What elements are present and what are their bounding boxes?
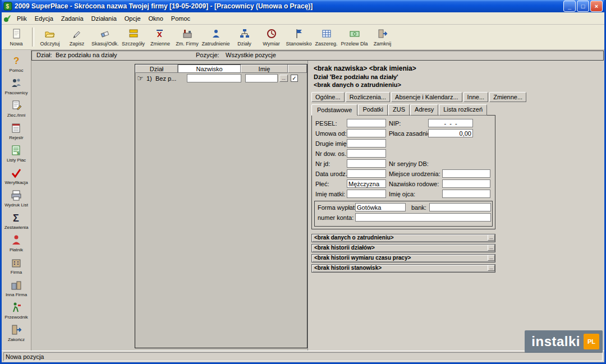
nazwisko-rodowe-input[interactable] [442, 179, 490, 188]
toolbar-button-nowa[interactable]: Nowa [3, 25, 30, 49]
toolbar-button-stanowisko[interactable]: Stanowisko [285, 25, 313, 49]
toolbar-button-odczytuj[interactable]: Odczytuj [36, 25, 63, 49]
subtab-lista-rozliczen[interactable]: Lista rozliczeń [439, 104, 487, 116]
pesel-input[interactable] [347, 119, 386, 127]
sidebar-label: Firma [11, 270, 22, 275]
table-row[interactable]: ☞ 1) Bez p... ... ✓ [135, 73, 307, 84]
subtab-podstawowe[interactable]: Podstawowe [311, 104, 357, 116]
section-brak-historii-dzialow[interactable]: <brak historii działów> ... [311, 244, 495, 252]
minimize-button[interactable]: _ [563, 1, 576, 12]
menu-dzialania[interactable]: Działania [88, 14, 121, 23]
subtab-adresy[interactable]: Adresy [410, 104, 438, 116]
pozycje-filter-value[interactable]: Wszystkie pozycje [226, 51, 276, 59]
nr-jd-input[interactable] [347, 159, 386, 168]
watermark-pl-badge: PL [584, 334, 599, 349]
section-ellipsis-button[interactable]: ... [488, 234, 495, 241]
sidebar-item-wydruk-list[interactable]: Wydruk List [2, 187, 31, 209]
tab-zmienne[interactable]: Zmienne... [489, 92, 526, 102]
menu-okno[interactable]: Okno [145, 14, 167, 23]
section-brak-danych-o-zatrudnieniu[interactable]: <brak danych o zatrudnieniu> ... [311, 234, 495, 242]
section-ellipsis-button[interactable]: ... [488, 255, 495, 261]
nr-seryjny-db-label: Nr seryjny DB: [389, 160, 429, 167]
nr-dow-os-input[interactable] [347, 149, 386, 158]
tab-absencje-kalendarz[interactable]: Absencje i Kalendarz... [391, 92, 462, 102]
toolbar-button-zaszereg[interactable]: Zaszereg. [313, 25, 340, 49]
column-header-imie[interactable]: Imię [241, 64, 288, 73]
toolbar-button-szczegoly[interactable]: Szczegóły [120, 25, 147, 49]
section-ellipsis-button[interactable]: ... [488, 245, 495, 251]
nazwisko-input[interactable] [187, 74, 241, 82]
plec-input[interactable] [347, 179, 386, 188]
contractors-icon [10, 99, 22, 113]
toolbar-button-przelew[interactable]: Przelew Dla [340, 25, 369, 49]
row-ellipsis-button[interactable]: ... [279, 75, 288, 82]
pesel-label: PESEL: [315, 120, 337, 127]
tab-inne[interactable]: Inne... [463, 92, 489, 102]
menu-edycja[interactable]: Edycja [31, 14, 57, 23]
toolbar-button-dzialy[interactable]: Działy [231, 25, 258, 49]
tab-rozliczenia[interactable]: Rozliczenia... [346, 92, 390, 102]
column-header-nazwisko[interactable]: Nazwisko [178, 64, 241, 73]
tab-ogolne[interactable]: Ogólne... [311, 92, 345, 102]
sidebar-label: Wydruk List [4, 202, 28, 208]
bank-input[interactable] [429, 203, 491, 211]
sidebar-item-przewodnik[interactable]: Przewodnik [2, 299, 31, 321]
toolbar-button-zmienne[interactable]: X Zmienne [147, 25, 174, 49]
miejsce-urodzenia-label: Miejsce urodzenia: [389, 171, 440, 177]
sidebar-label: Płatnik [10, 247, 23, 252]
menu-opcje[interactable]: Opcje [121, 14, 145, 23]
sidebar-item-zlec-inni[interactable]: Zlec./Inni [2, 97, 31, 119]
maximize-button[interactable]: □ [577, 1, 589, 12]
dzial-filter-value[interactable]: Bez podziału na działy [56, 51, 117, 59]
data-urodz-input[interactable] [347, 169, 386, 178]
section-brak-historii-stanowisk[interactable]: <brak historii stanowisk> ... [311, 264, 495, 273]
status-text: Nowa pozycja [3, 352, 603, 361]
sidebar-item-pracownicy[interactable]: Pracownicy [2, 75, 31, 97]
sidebar-label: Inna Firma [6, 292, 27, 297]
placa-zasadnicza-input[interactable] [428, 129, 473, 137]
sidebar-item-rejestr[interactable]: Rejestr [2, 119, 31, 142]
toolbar-button-zm-firmy[interactable]: Zm. Firmy [174, 25, 201, 49]
toolbar-button-zamknij[interactable]: Zamknij [369, 25, 396, 49]
toolbar-button-zatrudnienie[interactable]: Zatrudnienie [201, 25, 231, 49]
drugie-imie-input[interactable] [347, 139, 386, 148]
sidebar-item-weryfikacja[interactable]: Weryfikacja [2, 164, 31, 187]
new-document-icon [11, 28, 22, 40]
menu-zadania[interactable]: Zadania [57, 14, 88, 23]
toolbar-label: Zapisz [70, 41, 85, 47]
umowa-od-input[interactable] [347, 129, 386, 137]
imie-ojca-input[interactable] [442, 190, 490, 198]
toolbar-button-skasuj[interactable]: Skasuj/Odk. [90, 25, 120, 49]
sidebar-item-firma[interactable]: Firma [2, 254, 31, 277]
sidebar-item-zakoncz[interactable]: Zakończ [2, 321, 31, 344]
detail-subtabs: Podstawowe Podatki ZUS Adresy Lista rozl… [311, 104, 601, 116]
menu-pomoc[interactable]: Pomoc [167, 14, 194, 23]
close-button[interactable]: × [590, 1, 603, 12]
sidebar-item-zestawienia[interactable]: Σ Zestawienia [2, 209, 31, 232]
mdi-child-icon[interactable] [3, 14, 12, 23]
sidebar-item-listy-plac[interactable]: $ Listy Płac [2, 142, 31, 164]
sidebar-item-pomoc[interactable]: ? Pomoc [2, 52, 31, 75]
numer-konta-input[interactable] [355, 213, 491, 222]
toolbar-button-zapisz[interactable]: Zapisz [63, 25, 90, 49]
subtab-podatki[interactable]: Podatki [358, 104, 388, 116]
section-brak-historii-wymiaru[interactable]: <brak historii wymiaru czasu pracy> ... [311, 254, 495, 262]
imie-input[interactable] [245, 74, 278, 82]
section-ellipsis-button[interactable]: ... [488, 265, 495, 271]
forma-wyplat-input[interactable] [355, 203, 406, 211]
employees-icon [10, 77, 22, 90]
sidebar-item-platnik[interactable]: Płatnik [2, 232, 31, 254]
subtab-zus[interactable]: ZUS [388, 104, 410, 116]
imie-matki-input[interactable] [347, 190, 386, 198]
nip-input[interactable] [428, 119, 473, 127]
column-header-dzial[interactable]: Dział [135, 64, 178, 73]
menu-plik[interactable]: Plik [13, 14, 31, 23]
toolbar-label: Wymiar [263, 41, 279, 47]
help-icon: ? [10, 54, 22, 68]
svg-text:?: ? [13, 56, 19, 66]
row-checkbox[interactable]: ✓ [291, 75, 298, 82]
toolbar-button-wymiar[interactable]: Wymiar [258, 25, 285, 49]
sidebar-item-inna-firma[interactable]: Inna Firma [2, 277, 31, 299]
row-index: 1) [146, 75, 152, 82]
miejsce-urodzenia-input[interactable] [442, 169, 490, 178]
